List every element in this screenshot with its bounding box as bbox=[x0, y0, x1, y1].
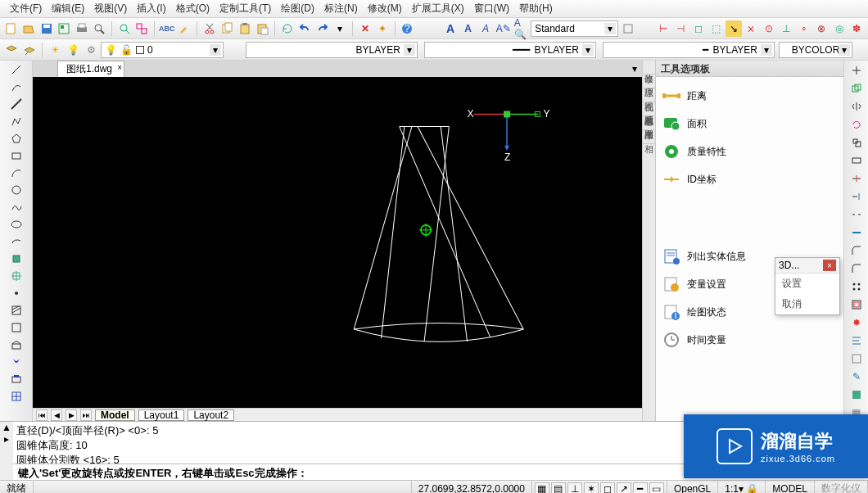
drawing-canvas[interactable]: X Y Z bbox=[33, 77, 642, 408]
last-icon[interactable]: ⏭ bbox=[80, 409, 92, 421]
menu-draw[interactable]: 绘图(D) bbox=[276, 0, 319, 17]
print-icon[interactable] bbox=[74, 20, 89, 37]
layer-mgr-icon[interactable] bbox=[3, 42, 20, 58]
text-style-combo[interactable]: Standard▾ bbox=[531, 20, 618, 37]
select-icon[interactable] bbox=[133, 20, 149, 37]
osnap5-icon[interactable]: ↘ bbox=[726, 20, 741, 37]
jo-icon[interactable] bbox=[848, 224, 865, 241]
tr-icon[interactable] bbox=[848, 170, 865, 187]
osnap7-icon[interactable]: ⊙ bbox=[761, 20, 776, 37]
preview-icon[interactable] bbox=[91, 20, 106, 37]
undo-icon[interactable] bbox=[296, 20, 312, 37]
st-icon[interactable] bbox=[848, 152, 865, 169]
osnap9-icon[interactable]: ∘ bbox=[796, 20, 811, 37]
undo-drop-icon[interactable]: ▾ bbox=[332, 20, 347, 37]
linetype-bylayer-combo[interactable]: ━━━BYLAYER▾ bbox=[424, 42, 596, 58]
lineweight-bylayer-combo[interactable]: ━BYLAYER▾ bbox=[603, 42, 775, 58]
tab-drop-icon[interactable]: ▾ bbox=[627, 63, 642, 75]
polar-btn[interactable]: ✶ bbox=[584, 482, 599, 494]
text-mod-icon[interactable]: A bbox=[477, 20, 493, 37]
vtab-order[interactable]: 图出顺序 bbox=[643, 116, 655, 130]
layer-prev-icon[interactable] bbox=[21, 42, 38, 58]
drawing-tab[interactable]: 图纸1.dwg × bbox=[57, 61, 124, 77]
palette-area[interactable]: 面积 bbox=[661, 110, 839, 138]
open-icon[interactable] bbox=[20, 20, 36, 37]
menu-dim[interactable]: 标注(N) bbox=[319, 0, 363, 17]
vtab-view[interactable]: 视图 bbox=[643, 88, 655, 102]
menu-insert[interactable]: 插入(I) bbox=[132, 0, 170, 17]
ellipse-arc-icon[interactable] bbox=[9, 234, 24, 249]
ex-icon[interactable] bbox=[848, 188, 865, 205]
menu-modify[interactable]: 修改(M) bbox=[363, 0, 407, 17]
osnap12-icon[interactable]: ✽ bbox=[848, 20, 864, 37]
osnap8-icon[interactable]: ⊥ bbox=[778, 20, 793, 37]
search-icon[interactable] bbox=[116, 20, 132, 37]
cut-icon[interactable] bbox=[201, 20, 217, 37]
xline-icon[interactable] bbox=[9, 97, 24, 111]
menu-edit[interactable]: 编辑(E) bbox=[47, 0, 89, 17]
spline-icon[interactable] bbox=[9, 200, 24, 215]
paste-special-icon[interactable] bbox=[255, 20, 270, 37]
osnap-btn[interactable]: ◻ bbox=[600, 482, 615, 494]
point-icon[interactable] bbox=[9, 286, 24, 301]
menu-help[interactable]: 帮助(H) bbox=[514, 0, 558, 17]
of-icon[interactable] bbox=[848, 296, 865, 313]
vtab-concept[interactable]: 原理 bbox=[643, 75, 655, 88]
layout-2[interactable]: Layout2 bbox=[188, 409, 234, 421]
redo-icon[interactable] bbox=[314, 20, 330, 37]
menu-window[interactable]: 窗口(W) bbox=[469, 0, 514, 17]
osnap1-icon[interactable]: ⊢ bbox=[655, 20, 671, 37]
ellipse-icon[interactable] bbox=[9, 217, 24, 232]
donut-icon[interactable] bbox=[9, 355, 24, 369]
otrack-btn[interactable]: ↗ bbox=[617, 482, 631, 494]
ro-icon[interactable] bbox=[848, 116, 865, 133]
al-icon[interactable] bbox=[848, 332, 865, 349]
sheet-icon[interactable] bbox=[56, 20, 71, 37]
rect-icon[interactable] bbox=[9, 148, 24, 163]
status-scale[interactable]: 1:1 ▾ 🔒 bbox=[718, 481, 766, 493]
palette-distance[interactable]: 距离 bbox=[661, 82, 839, 110]
menu-tools[interactable]: 定制工具(T) bbox=[215, 0, 276, 17]
gears-icon[interactable]: ⚙ bbox=[83, 42, 99, 58]
osnap6-icon[interactable]: ⨯ bbox=[744, 20, 759, 37]
table-icon[interactable] bbox=[9, 389, 24, 404]
vtab-modify[interactable]: 修改 bbox=[643, 61, 655, 75]
polyline-icon[interactable] bbox=[9, 114, 24, 129]
context-close-icon[interactable]: × bbox=[823, 260, 836, 271]
sc-icon[interactable] bbox=[848, 134, 865, 151]
status-model[interactable]: MODEL bbox=[766, 481, 815, 493]
delete-icon[interactable]: ✕ bbox=[357, 20, 373, 37]
cmd-up-icon[interactable]: ▲ bbox=[2, 422, 11, 433]
vtab-cam[interactable]: 相 bbox=[643, 130, 655, 144]
refresh-icon[interactable] bbox=[279, 20, 295, 37]
revcloud-icon[interactable] bbox=[9, 372, 24, 387]
circle-icon[interactable] bbox=[9, 183, 24, 197]
layout-model[interactable]: Model bbox=[95, 409, 135, 421]
line-icon[interactable] bbox=[9, 62, 24, 77]
ray-icon[interactable] bbox=[9, 79, 24, 94]
menu-format[interactable]: 格式(O) bbox=[171, 0, 215, 17]
vtab-3dorbit[interactable]: 三维动态观察 bbox=[643, 102, 655, 116]
ortho-btn[interactable]: ⊥ bbox=[567, 482, 582, 494]
menu-file[interactable]: 文件(F) bbox=[5, 0, 47, 17]
text-style-icon[interactable]: A✎ bbox=[495, 20, 512, 37]
bulb-icon[interactable]: 💡 bbox=[65, 42, 81, 58]
exp-icon[interactable]: ✸ bbox=[848, 314, 865, 331]
menu-view[interactable]: 视图(V) bbox=[89, 0, 132, 17]
ar-icon[interactable] bbox=[848, 278, 865, 295]
block-icon[interactable] bbox=[9, 251, 24, 266]
hatch-icon[interactable] bbox=[9, 303, 24, 318]
new-icon[interactable] bbox=[3, 20, 19, 37]
snap-btn[interactable]: ▦ bbox=[535, 482, 549, 494]
wipeout-icon[interactable] bbox=[9, 337, 24, 352]
osnap3-icon[interactable]: ◻ bbox=[690, 20, 706, 37]
context-cancel[interactable]: 取消 bbox=[775, 294, 839, 314]
paste-icon[interactable] bbox=[237, 20, 252, 37]
arc-icon[interactable] bbox=[9, 165, 24, 180]
lwt-btn[interactable]: ━ bbox=[633, 482, 648, 494]
sun-icon[interactable]: ☀ bbox=[47, 42, 63, 58]
first-icon[interactable]: ⏮ bbox=[36, 409, 47, 421]
ed-icon[interactable] bbox=[848, 351, 865, 367]
brush-icon[interactable] bbox=[177, 20, 192, 37]
pe-icon[interactable]: ✎ bbox=[848, 369, 865, 385]
